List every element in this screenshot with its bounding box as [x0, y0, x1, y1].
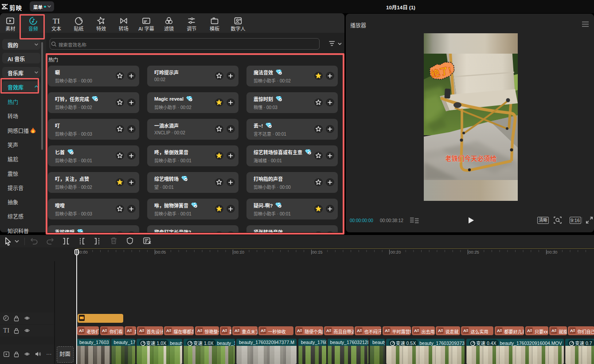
svg-text:A: A	[497, 329, 500, 333]
svg-text:A: A	[261, 329, 264, 333]
svg-text:A: A	[357, 329, 360, 333]
svg-text:A: A	[222, 329, 225, 333]
svg-text:A: A	[326, 329, 329, 333]
svg-text:A: A	[297, 329, 300, 333]
svg-text:A: A	[197, 329, 200, 333]
svg-text:A: A	[463, 329, 466, 333]
svg-text:A: A	[102, 329, 105, 333]
svg-text:A: A	[527, 329, 530, 333]
svg-text:A: A	[570, 329, 573, 333]
svg-text:A: A	[385, 329, 388, 333]
svg-text:A: A	[139, 329, 142, 333]
svg-text:A: A	[234, 329, 238, 333]
svg-text:A: A	[438, 329, 441, 333]
svg-text:A: A	[79, 329, 82, 333]
svg-text:老铁们今天必须给: 老铁们今天必须给	[445, 153, 496, 163]
svg-text:A: A	[551, 329, 555, 333]
svg-text:A: A	[166, 329, 169, 333]
svg-text:A: A	[414, 329, 417, 333]
svg-text:TI: TI	[53, 17, 60, 25]
svg-text:A: A	[127, 329, 130, 333]
